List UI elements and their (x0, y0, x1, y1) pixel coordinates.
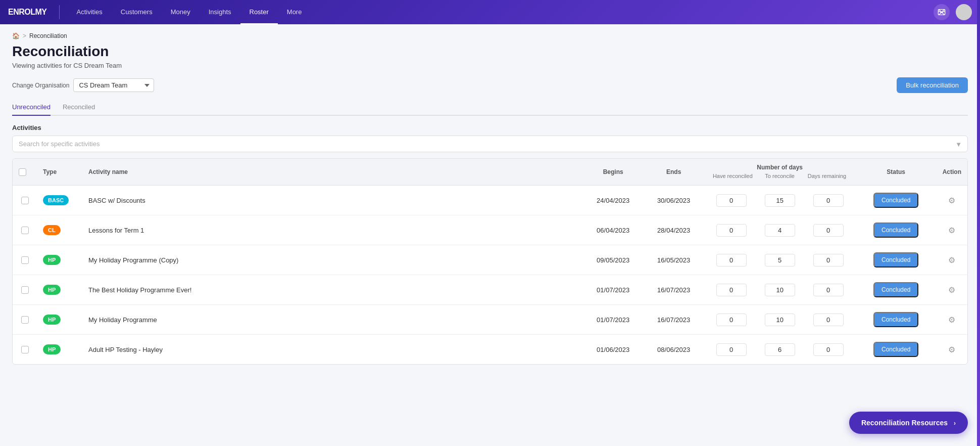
row-begins-cell: 01/07/2023 (583, 305, 644, 335)
row-have-reconciled-group-3: 0 (708, 284, 755, 296)
row-action-gear-2[interactable]: ⚙ (948, 255, 955, 265)
row-activity-name-1: Lessons for Term 1 (82, 219, 583, 241)
row-status-btn-4[interactable]: Concluded (873, 312, 918, 327)
org-select[interactable]: CS Dream Team (73, 78, 154, 92)
row-ends-4: 16/07/2023 (644, 309, 704, 331)
nav-customers[interactable]: Customers (112, 0, 162, 24)
row-to-reconcile-group-4: 10 (757, 314, 803, 326)
activities-table: Type Activity name Begins Ends Number of… (12, 158, 968, 365)
row-ends-cell: 16/05/2023 (644, 245, 704, 275)
app-logo[interactable]: ENROLMY (8, 8, 47, 17)
col-header-action: Action (937, 159, 967, 186)
row-checkbox-5[interactable] (21, 346, 29, 353)
row-action-gear-5[interactable]: ⚙ (948, 345, 955, 354)
activities-section-label: Activities (12, 124, 968, 131)
row-days-group-3: 0 10 0 (706, 280, 854, 300)
row-name-cell: My Holiday Programme (Copy) (82, 245, 583, 275)
nav-more[interactable]: More (278, 0, 311, 24)
row-status-btn-0[interactable]: Concluded (873, 193, 918, 208)
tab-unreconciled[interactable]: Unreconciled (12, 99, 51, 116)
row-name-cell: BASC w/ Discounts (82, 186, 583, 215)
row-status-cell: Concluded (856, 245, 937, 275)
type-badge-5: HP (43, 344, 61, 354)
tab-reconciled[interactable]: Reconciled (63, 99, 95, 116)
row-checkbox-cell (13, 335, 37, 365)
row-to-reconcile-5: 6 (765, 343, 795, 356)
nav-right-section (934, 4, 972, 20)
row-status-cell: Concluded (856, 335, 937, 365)
search-input[interactable] (12, 136, 968, 152)
row-begins-5: 01/06/2023 (583, 339, 644, 361)
table-row: BASC BASC w/ Discounts 24/04/2023 30/06/… (13, 186, 967, 215)
row-days-group-2: 0 5 0 (706, 250, 854, 271)
row-action-cell: ⚙ (937, 335, 967, 365)
row-status-cell: Concluded (856, 186, 937, 215)
row-action-gear-3[interactable]: ⚙ (948, 285, 955, 295)
row-status-btn-2[interactable]: Concluded (873, 252, 918, 267)
row-type-cell: BASC (37, 186, 82, 215)
type-badge-0: BASC (43, 195, 69, 205)
row-action-cell: ⚙ (937, 275, 967, 305)
row-to-reconcile-0: 15 (765, 194, 795, 207)
table-row: HP My Holiday Programme 01/07/2023 16/07… (13, 305, 967, 335)
row-checkbox-0[interactable] (21, 197, 29, 204)
org-label: Change Organisation (12, 82, 69, 89)
row-checkbox-cell (13, 215, 37, 245)
col-header-days: Number of days Have reconciled To reconc… (704, 159, 856, 186)
days-sub-remaining: Days remaining (804, 173, 849, 180)
row-to-reconcile-2: 5 (765, 254, 795, 266)
row-days-cell: 0 4 0 (704, 215, 856, 245)
row-begins-0: 24/04/2023 (583, 190, 644, 211)
page-title: Reconciliation (12, 43, 968, 60)
nav-insights[interactable]: Insights (200, 0, 240, 24)
row-status-btn-5[interactable]: Concluded (873, 342, 918, 357)
row-days-cell: 0 6 0 (704, 335, 856, 365)
row-action-gear-1[interactable]: ⚙ (948, 226, 955, 235)
notification-icon[interactable] (934, 4, 950, 20)
type-badge-1: CL (43, 225, 61, 235)
nav-divider (59, 5, 60, 19)
row-have-reconciled-5: 0 (716, 343, 747, 356)
col-header-type: Type (37, 159, 82, 186)
row-begins-4: 01/07/2023 (583, 309, 644, 331)
row-have-reconciled-3: 0 (716, 284, 747, 296)
col-header-begins: Begins (583, 159, 644, 186)
row-type-cell: HP (37, 305, 82, 335)
breadcrumb-home[interactable]: 🏠 (12, 32, 20, 39)
row-days-remaining-group-2: 0 (805, 254, 852, 266)
row-type-cell: HP (37, 335, 82, 365)
row-checkbox-4[interactable] (21, 316, 29, 324)
row-begins-cell: 24/04/2023 (583, 186, 644, 215)
days-sub-to: To reconcile (757, 173, 802, 180)
nav-roster[interactable]: Roster (240, 0, 278, 24)
select-all-checkbox[interactable] (19, 168, 26, 176)
row-checkbox-2[interactable] (21, 256, 29, 264)
row-days-group-4: 0 10 0 (706, 309, 854, 330)
row-status-btn-1[interactable]: Concluded (873, 222, 918, 238)
row-days-remaining-4: 0 (813, 314, 844, 326)
row-ends-3: 16/07/2023 (644, 279, 704, 301)
bulk-reconciliation-button[interactable]: Bulk reconciliation (897, 77, 968, 93)
row-days-remaining-1: 0 (813, 224, 844, 237)
nav-activities[interactable]: Activities (68, 0, 112, 24)
row-have-reconciled-group-2: 0 (708, 254, 755, 266)
breadcrumb-current: Reconciliation (29, 32, 67, 39)
row-have-reconciled-group-0: 0 (708, 194, 755, 207)
user-avatar[interactable] (956, 4, 972, 20)
row-checkbox-cell (13, 275, 37, 305)
breadcrumb-separator: > (23, 32, 26, 39)
row-ends-cell: 16/07/2023 (644, 275, 704, 305)
table-row: HP My Holiday Programme (Copy) 09/05/202… (13, 245, 967, 275)
row-checkbox-1[interactable] (21, 227, 29, 234)
row-checkbox-3[interactable] (21, 286, 29, 294)
col-header-select (13, 159, 37, 186)
row-days-remaining-group-1: 0 (805, 224, 852, 237)
row-ends-cell: 08/06/2023 (644, 335, 704, 365)
row-days-remaining-group-3: 0 (805, 284, 852, 296)
row-action-gear-0[interactable]: ⚙ (948, 196, 955, 205)
row-to-reconcile-group-2: 5 (757, 254, 803, 266)
nav-money[interactable]: Money (162, 0, 200, 24)
row-action-gear-4[interactable]: ⚙ (948, 315, 955, 325)
col-header-activity-name: Activity name (82, 159, 583, 186)
row-status-btn-3[interactable]: Concluded (873, 282, 918, 297)
